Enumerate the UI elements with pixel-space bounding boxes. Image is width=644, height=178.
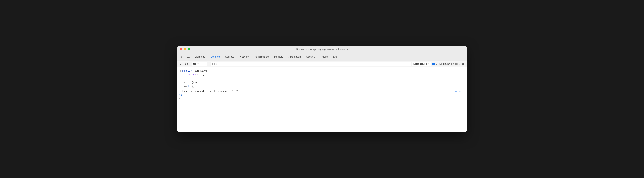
console-output: 2 function sum (x,y) { return x + y; } m… [178,67,466,132]
result-chevron: < [179,93,180,96]
title-bar: DevTools - developers.google.com/web/sho… [178,46,466,53]
cursor-icon[interactable] [179,54,185,60]
svg-rect-0 [187,56,189,57]
divider-1 [190,62,190,66]
divider-2 [209,62,209,66]
devtools-window: DevTools - developers.google.com/web/sho… [178,46,466,132]
group-similar-checkbox[interactable] [432,63,435,65]
tab-elements[interactable]: Elements [192,53,208,61]
svg-rect-1 [189,56,190,57]
nav-tabs: Elements Console Sources Network Perform… [178,53,466,61]
code-line-4: monitor(sum); [182,81,466,85]
console-settings-button[interactable]: ⚙ [461,62,465,66]
tab-network[interactable]: Network [237,53,252,61]
clear-console-button[interactable] [179,62,183,66]
svg-line-11 [186,63,187,65]
hidden-count-badge: 1 hidden [451,63,460,65]
input-prompt-icon: › [179,97,180,100]
chevron-down-icon: ▼ [197,63,199,65]
tab-memory[interactable]: Memory [272,53,286,61]
tab-axe[interactable]: aXe [330,53,340,61]
code-line-1: function sum (x,y) { [182,69,466,73]
svg-rect-7 [180,65,181,65]
close-button[interactable] [180,48,182,50]
more-tabs-button[interactable]: ⋮ [460,54,465,60]
tab-console[interactable]: Console [208,53,222,61]
console-toolbar: top ▼ Default levels ▼ Group similar 1 h… [178,61,466,67]
chevron-down-icon: ▼ [428,63,430,65]
default-levels-dropdown[interactable]: Default levels ▼ [412,62,431,66]
window-title: DevTools - developers.google.com/web/sho… [296,48,348,51]
stop-button[interactable] [184,62,188,66]
minimize-button[interactable] [184,48,186,50]
svg-rect-6 [180,64,182,64]
tab-sources[interactable]: Sources [222,53,237,61]
code-line-3: } [182,77,466,81]
output-text: function sum called with arguments: 1, 2 [182,90,238,92]
group-similar-control: Group similar [432,63,450,65]
vm-link[interactable]: VM580:2 [455,90,465,92]
result-line: < 3 [178,93,466,97]
code-line-5: sum(1,2); [182,85,466,88]
code-line-2: return x + y; [182,73,466,77]
traffic-lights [180,48,190,50]
maximize-button[interactable] [188,48,190,50]
code-lines: function sum (x,y) { return x + y; } mon… [182,69,466,88]
line-number: 2 [178,69,182,73]
console-input-line: › [178,97,466,101]
result-value: 3 [181,93,182,96]
tab-security[interactable]: Security [304,53,318,61]
tab-audits[interactable]: Audits [318,53,330,61]
output-line: function sum called with arguments: 1, 2… [178,89,466,93]
tab-performance[interactable]: Performance [252,53,271,61]
filter-input[interactable] [210,62,411,66]
svg-rect-5 [180,63,182,63]
context-selector[interactable]: top ▼ [192,62,207,66]
device-icon[interactable] [186,54,191,60]
code-input-block: 2 function sum (x,y) { return x + y; } m… [178,68,466,89]
tab-application[interactable]: Application [286,53,304,61]
